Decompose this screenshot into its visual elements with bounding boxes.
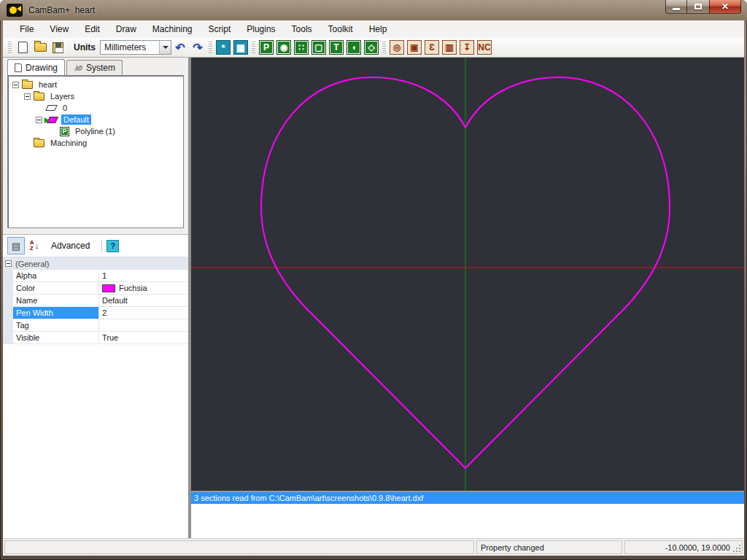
gcode-icon: NC	[477, 40, 492, 55]
collapse-icon[interactable]	[12, 82, 19, 88]
draw-circle-icon: ◉	[276, 40, 291, 55]
collapse-icon[interactable]	[5, 260, 12, 267]
redo-button[interactable]: ↷	[190, 39, 206, 55]
color-value: Fuchsia	[119, 284, 147, 292]
tree-item-polyline[interactable]: P Polyline (1)	[11, 125, 183, 137]
layer-icon	[45, 105, 58, 111]
log-line[interactable]: 3 sections read from C:\CamBam\art\scree…	[191, 492, 744, 504]
help-button[interactable]: ?	[107, 240, 119, 252]
menu-view[interactable]: View	[42, 22, 77, 36]
title-bar: CamBam+ heart ✕	[0, 0, 747, 20]
color-swatch	[102, 284, 115, 292]
logo-tail	[17, 6, 21, 12]
open-folder-icon	[34, 43, 47, 52]
menu-file[interactable]: File	[12, 22, 42, 36]
status-bar: Property changed -10.0000, 19.0000	[3, 538, 744, 556]
snap-points-button[interactable]: *	[215, 39, 231, 55]
engrave-button[interactable]: Ɛ	[424, 39, 440, 55]
close-button[interactable]: ✕	[709, 0, 741, 14]
property-row-pen-width[interactable]: Pen Width 2	[3, 307, 188, 319]
open-file-button[interactable]	[32, 39, 48, 55]
save-icon	[53, 42, 63, 53]
units-combobox[interactable]: Millimeters	[100, 40, 171, 55]
save-button[interactable]	[50, 39, 66, 55]
units-label: Units	[74, 42, 96, 52]
pocket-button[interactable]: ▣	[406, 39, 422, 55]
redo-icon: ↷	[193, 41, 202, 55]
menu-toolkit[interactable]: Toolkit	[320, 22, 361, 36]
draw-surface-icon: ◖	[347, 40, 361, 55]
toolbar-grip	[8, 42, 12, 53]
draw-polyline-button[interactable]: P	[258, 39, 274, 55]
active-layer-icon	[47, 117, 58, 123]
menu-edit[interactable]: Edit	[77, 22, 108, 36]
property-row-tag[interactable]: Tag	[3, 319, 188, 332]
tree-item-layer-0[interactable]: 0	[11, 102, 183, 114]
az-sort-icon: AZ	[30, 240, 34, 252]
menu-machining[interactable]: Machining	[144, 22, 201, 36]
gcode-button[interactable]: NC	[476, 39, 492, 55]
menu-draw[interactable]: Draw	[108, 22, 144, 36]
cambam-logo-icon	[7, 4, 23, 17]
panel-splitter[interactable]	[3, 228, 188, 234]
collapse-icon[interactable]	[36, 117, 42, 123]
row-indent	[3, 295, 13, 306]
toolbar-grip	[209, 42, 212, 53]
property-category-general[interactable]: (General)	[3, 257, 188, 270]
tree-item-layer-default[interactable]: Default	[11, 114, 183, 125]
undo-button[interactable]: ↶	[172, 39, 188, 55]
coordinates-value: -10.0000, 19.0000	[665, 543, 730, 552]
close-icon: ✕	[721, 1, 729, 12]
menu-script[interactable]: Script	[201, 22, 239, 36]
draw-circle-button[interactable]: ◉	[276, 39, 292, 55]
minimize-button[interactable]	[665, 0, 687, 14]
tree-item-layers[interactable]: Layers	[11, 90, 183, 102]
snap-points-icon: *	[216, 40, 231, 55]
new-file-button[interactable]	[15, 39, 31, 55]
grid-toggle-button[interactable]: ▦	[233, 39, 249, 55]
window-title: CamBam+ heart	[28, 5, 95, 15]
property-row-color[interactable]: Color Fuchsia	[3, 282, 188, 295]
menu-tools[interactable]: Tools	[284, 22, 320, 36]
tab-system[interactable]: System	[66, 60, 123, 75]
menu-plugins[interactable]: Plugins	[239, 22, 283, 36]
property-toolbar: ▤ AZ↓ Advanced ?	[3, 235, 188, 257]
property-grid: (General) Alpha 1 Color Fuch	[3, 257, 188, 344]
category-label: (General)	[15, 260, 49, 268]
advanced-button[interactable]: Advanced	[44, 241, 97, 251]
profile-button[interactable]: ▥	[441, 39, 457, 55]
folder-icon	[22, 81, 33, 89]
property-row-name[interactable]: Name Default	[3, 295, 188, 307]
drill-button[interactable]: ◎	[389, 39, 405, 55]
row-indent	[3, 307, 13, 319]
drill-bit-icon: ↧	[460, 40, 474, 55]
units-dropdown-arrow[interactable]	[159, 41, 171, 54]
draw-text-button[interactable]: T	[328, 39, 344, 55]
folder-icon	[34, 93, 44, 101]
tree-item-machining[interactable]: Machining	[11, 137, 183, 149]
draw-3d-object-button[interactable]: ◇	[363, 39, 379, 55]
draw-surface-button[interactable]: ◖	[346, 39, 362, 55]
draw-rectangle-button[interactable]: ▢	[311, 39, 327, 55]
tab-drawing[interactable]: Drawing	[7, 59, 65, 75]
draw-points-button[interactable]: ∷	[293, 39, 309, 55]
property-row-visible[interactable]: Visible True	[3, 332, 188, 344]
folder-icon	[34, 139, 44, 147]
toolbar-grip	[252, 42, 255, 53]
drawing-canvas[interactable]	[191, 58, 744, 491]
menu-help[interactable]: Help	[361, 22, 395, 36]
resize-grip[interactable]	[732, 544, 741, 553]
property-row-alpha[interactable]: Alpha 1	[3, 270, 188, 282]
help-icon: ?	[111, 241, 116, 250]
minimize-icon	[673, 8, 680, 10]
pocket-icon: ▣	[407, 40, 422, 55]
tab-drawing-label: Drawing	[26, 63, 58, 73]
categorized-view-button[interactable]: ▤	[7, 237, 25, 254]
alphabetical-sort-button[interactable]: AZ↓	[25, 237, 44, 254]
chevron-down-icon	[163, 46, 169, 49]
drill-bit-button[interactable]: ↧	[459, 39, 475, 55]
toolbar-grip	[382, 42, 386, 53]
maximize-button[interactable]	[687, 0, 709, 14]
tree-item-heart[interactable]: heart	[11, 79, 183, 90]
collapse-icon[interactable]	[24, 93, 31, 100]
